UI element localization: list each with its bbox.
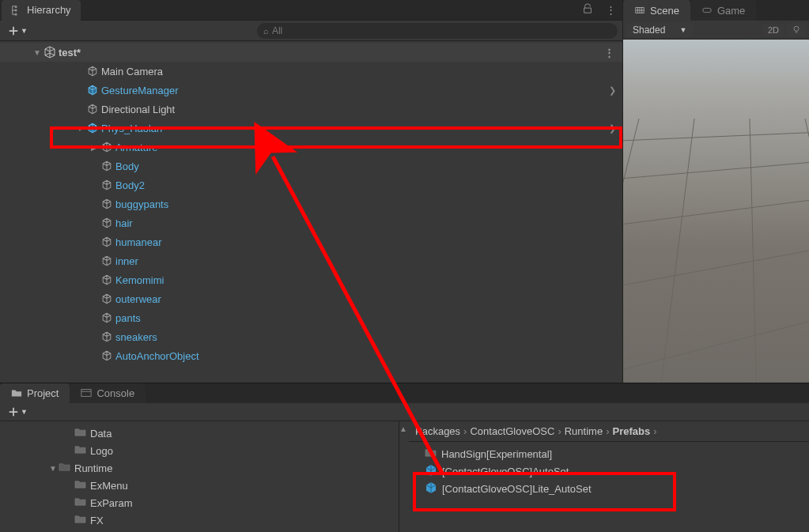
lightbulb-icon — [792, 25, 801, 34]
game-tab[interactable]: Game — [690, 0, 756, 21]
hierarchy-panel: Hierarchy ⋮ ▼ ⌕ ▼ test* — [0, 0, 623, 383]
cube-blue-icon — [85, 123, 100, 134]
cube-grey-icon — [100, 160, 114, 172]
project-toolbar: ▼ — [0, 403, 809, 421]
svg-point-1 — [794, 26, 799, 31]
hierarchy-row-phys-haolan[interactable]: ▼Phys_Haolan❯ — [0, 119, 622, 138]
disclosure-triangle-icon[interactable]: ▼ — [32, 48, 43, 57]
folder-row-fx[interactable]: FX — [0, 511, 399, 529]
cube-grey-icon — [85, 104, 100, 115]
chevron-right-icon[interactable]: ❯ — [609, 123, 622, 134]
dropdown-caret-icon: ▼ — [21, 408, 28, 416]
project-add-button[interactable]: ▼ — [5, 405, 31, 419]
hierarchy-item-label: humanear — [114, 236, 162, 248]
scene-root-row[interactable]: ▼ test* ⋮ — [0, 43, 622, 62]
folder-icon — [59, 461, 71, 475]
hierarchy-item-label: Body2 — [114, 179, 145, 191]
breadcrumb-segment[interactable]: ContactGloveOSC — [470, 425, 554, 437]
disclosure-triangle-icon[interactable]: ▼ — [74, 124, 85, 133]
project-folder-tree: DataLogo▼RuntimeExMenuExParamFX — [0, 421, 399, 532]
unity-logo-icon — [43, 46, 57, 58]
asset-area: Packages › ContactGloveOSC › Runtime › P… — [409, 421, 809, 532]
asset-row--contactgloveosc-lite-autoset[interactable]: [ContactGloveOSC]Lite_AutoSet — [409, 480, 809, 497]
search-icon: ⌕ — [263, 26, 269, 36]
hierarchy-row-inner[interactable]: inner — [0, 251, 622, 270]
svg-line-5 — [623, 241, 809, 292]
hierarchy-item-label: Kemomimi — [114, 274, 164, 286]
folder-icon — [74, 426, 87, 440]
breadcrumb-separator-icon: › — [463, 425, 467, 437]
folder-icon — [74, 478, 87, 492]
svg-line-7 — [623, 119, 639, 383]
hierarchy-item-label: Body — [114, 160, 139, 172]
hierarchy-item-label: outerwear — [114, 293, 161, 305]
breadcrumb-segment[interactable]: Packages — [415, 425, 460, 437]
hierarchy-row-kemomimi[interactable]: Kemomimi — [0, 270, 622, 289]
hierarchy-row-body[interactable]: Body — [0, 157, 622, 175]
add-button[interactable]: ▼ — [5, 24, 31, 38]
scene-kebab-icon[interactable]: ⋮ — [604, 47, 622, 58]
hierarchy-tab[interactable]: Hierarchy — [2, 0, 81, 21]
cube-grey-icon — [100, 312, 114, 323]
folder-row-exmenu[interactable]: ExMenu — [0, 477, 399, 494]
asset-label: HandSign[Experimental] — [441, 448, 552, 460]
project-tab[interactable]: Project — [0, 383, 70, 403]
shading-mode-label: Shaded — [633, 25, 665, 36]
cube-grey-icon — [100, 255, 114, 266]
breadcrumb-separator-icon: › — [558, 425, 561, 437]
breadcrumb-segment[interactable]: Runtime — [565, 425, 603, 437]
folder-row-exparam[interactable]: ExParam — [0, 494, 399, 511]
hierarchy-row-outerwear[interactable]: outerwear — [0, 289, 622, 308]
chevron-right-icon[interactable]: ❯ — [609, 85, 622, 96]
console-icon — [81, 387, 92, 398]
hierarchy-row-buggypants[interactable]: buggypants — [0, 194, 622, 213]
scene-viewport[interactable] — [623, 40, 809, 383]
hierarchy-item-label: Directional Light — [100, 104, 175, 115]
folder-label: ExMenu — [90, 480, 128, 492]
folder-icon — [74, 496, 87, 510]
hierarchy-row-autoanchorobject[interactable]: AutoAnchorObject — [0, 346, 622, 365]
hierarchy-row-armature[interactable]: ▶Armature — [0, 138, 622, 157]
cube-grey-icon — [100, 274, 114, 285]
hierarchy-row-humanear[interactable]: humanear — [0, 232, 622, 251]
search-input[interactable] — [272, 25, 611, 36]
hierarchy-item-label: Armature — [114, 141, 157, 153]
hierarchy-item-label: pants — [114, 312, 141, 324]
cube-grey-icon — [85, 66, 100, 77]
hierarchy-row-main-camera[interactable]: Main Camera — [0, 62, 622, 81]
lighting-toggle[interactable] — [787, 23, 806, 37]
breadcrumb-segment[interactable]: Prefabs — [612, 425, 650, 437]
asset-row-handsign-experimental-[interactable]: HandSign[Experimental] — [409, 445, 809, 462]
search-box[interactable]: ⌕ — [257, 23, 618, 39]
disclosure-triangle-icon[interactable]: ▶ — [89, 143, 100, 152]
folder-icon — [425, 447, 437, 461]
cube-grey-icon — [100, 236, 114, 247]
hierarchy-row-body2[interactable]: Body2 — [0, 175, 622, 194]
asset-label: [ContactGloveOSC]Lite_AutoSet — [442, 483, 592, 495]
asset-row--contactgloveosc-autoset[interactable]: [ContactGloveOSC]AutoSet — [409, 462, 809, 480]
folder-row-logo[interactable]: Logo — [0, 442, 399, 459]
kebab-menu-icon[interactable]: ⋮ — [599, 4, 622, 16]
console-tab[interactable]: Console — [70, 383, 146, 403]
disclosure-triangle-icon[interactable]: ▼ — [47, 464, 59, 473]
shading-mode-dropdown[interactable]: Shaded ▼ — [626, 23, 693, 37]
hierarchy-row-sneakers[interactable]: sneakers — [0, 327, 622, 346]
project-tab-label: Project — [27, 387, 59, 399]
folder-row-runtime[interactable]: ▼Runtime — [0, 459, 399, 477]
gamepad-icon — [701, 5, 713, 16]
scene-tab[interactable]: Scene — [623, 0, 690, 21]
hierarchy-row-directional-light[interactable]: Directional Light — [0, 100, 622, 119]
folder-label: ExParam — [90, 497, 132, 509]
hierarchy-row-hair[interactable]: hair — [0, 213, 622, 232]
hierarchy-item-label: inner — [114, 255, 138, 267]
hierarchy-item-label: hair — [114, 217, 133, 229]
hierarchy-row-gesturemanager[interactable]: GestureManager❯ — [0, 81, 622, 100]
folder-row-data[interactable]: Data — [0, 424, 399, 442]
prefab-icon — [425, 481, 437, 496]
hierarchy-row-pants[interactable]: pants — [0, 308, 622, 327]
svg-rect-0 — [703, 8, 712, 12]
scroll-up-indicator[interactable]: ▲ — [399, 421, 409, 433]
lock-icon[interactable] — [576, 3, 599, 17]
asset-label: [ContactGloveOSC]AutoSet — [442, 466, 569, 477]
view-2d-button[interactable]: 2D — [763, 24, 784, 36]
